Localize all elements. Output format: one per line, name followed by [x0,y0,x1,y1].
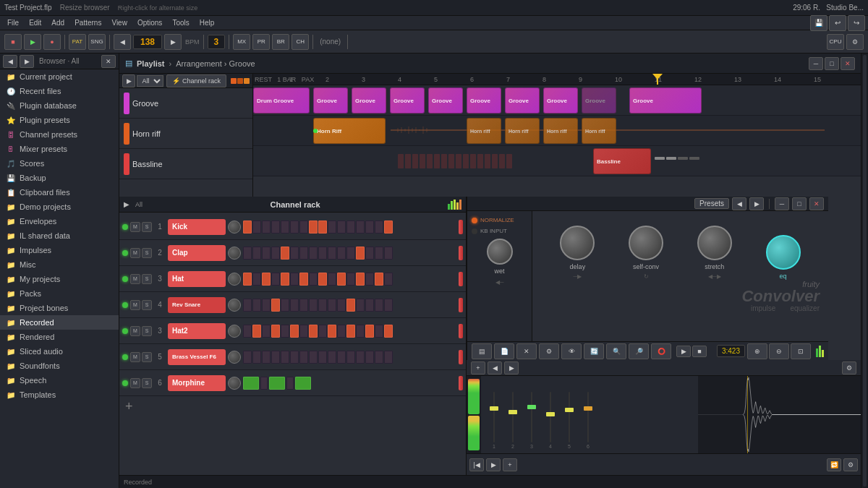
cr-name-kick[interactable]: Kick [168,219,226,235]
cr-vol-kick[interactable] [228,221,241,234]
conv-zoom-in[interactable]: ⊕ [747,343,767,359]
sidebar-item-templates[interactable]: 📁 Templates [0,388,119,402]
cr-channel-clap[interactable]: M S 2 Clap [119,240,466,266]
cr-mute-rev-snare[interactable]: M [130,300,140,310]
fader-thumb-4[interactable] [546,412,555,416]
conv-tb-6[interactable]: 🔄 [584,343,604,359]
fader-thumb-6[interactable] [584,406,592,411]
channel-btn[interactable]: CH [292,34,309,50]
cr-solo-hat2[interactable]: S [142,326,152,336]
delay-knob[interactable] [560,226,595,260]
sidebar-item-plugin-database[interactable]: 🔌 Plugin database [0,98,119,113]
conv-minimize-btn[interactable]: ─ [775,197,789,210]
tempo-up-btn[interactable]: ▶ [164,34,182,50]
pl-channel-rack-btn[interactable]: ⚡ Channel rack [166,74,226,87]
track-filter-select[interactable]: All [137,75,163,87]
playlist-maximize-btn[interactable]: □ [825,57,839,70]
block-groove-9[interactable]: Groove [629,87,702,114]
cr-channel-kick[interactable]: M S 1 Kick [119,214,466,240]
sidebar-item-my-projects[interactable]: 📁 My projects [0,272,119,286]
cr-vol-rev-snare[interactable] [228,299,241,312]
sidebar-item-mixer-presets[interactable]: 🎚 Mixer presets [0,142,119,156]
track-label-horn[interactable]: Horn riff [119,119,252,149]
cr-channel-hat[interactable]: M S 3 Hat [119,266,466,292]
conv-tb-7[interactable]: 🔍 [606,343,626,359]
sidebar-item-recorded[interactable]: 📁 Recorded [0,315,119,330]
wet-knob[interactable] [487,239,513,265]
add-channel-btn[interactable]: + [119,396,466,416]
pt-play-btn[interactable]: ▶ [486,458,501,471]
sidebar-item-rendered[interactable]: 📁 Rendered [0,330,119,344]
conv-tb-1[interactable]: ▤ [472,343,492,359]
tempo-down-btn[interactable]: ◀ [114,34,131,50]
cr-channel-rev-snare[interactable]: M S 4 Rev Snare [119,292,466,318]
cr-name-morphine[interactable]: Morphine [168,375,226,391]
playlist-minimize-btn[interactable]: ─ [809,57,823,70]
conv-prev-btn[interactable]: ◀ [732,197,746,210]
sidebar-item-scores[interactable]: 🎵 Scores [0,156,119,171]
fader-track-5[interactable] [569,392,570,442]
block-groove-5[interactable]: Groove [467,87,501,114]
conv-tb-8[interactable]: 🔎 [629,343,649,359]
cr-solo-morphine[interactable]: S [142,378,152,388]
conv-next-btn[interactable]: ▶ [749,197,764,210]
timesig-display[interactable]: 3 [208,35,226,49]
fader-track-3[interactable] [531,392,532,442]
fader-thumb-5[interactable] [565,408,574,412]
cr-name-hat[interactable]: Hat [168,271,226,287]
menu-patterns[interactable]: Patterns [70,17,106,28]
cr-vol-morphine[interactable] [228,377,241,390]
block-groove-2[interactable]: Groove [352,87,386,114]
record-btn[interactable]: ● [43,34,61,50]
vol-indicator-1[interactable] [231,78,237,84]
playlist-close-btn[interactable]: ✕ [841,57,855,70]
cr-vol-hat2[interactable] [228,325,241,338]
conv-zoom-out[interactable]: ⊖ [769,343,789,359]
sidebar-item-speech[interactable]: 📁 Speech [0,373,119,388]
vol-indicator-3[interactable] [244,78,250,84]
sidebar-item-current-project[interactable]: 📁 Current project [0,69,119,84]
wf-nav-right[interactable]: ▶ [504,361,519,374]
pattern-mode-btn[interactable]: PAT [69,34,86,50]
sidebar-item-plugin-presets[interactable]: ⭐ Plugin presets [0,113,119,127]
cr-channel-brass[interactable]: M S 5 Brass Vessel F6 [119,344,466,370]
cr-vol-hat[interactable] [228,273,241,286]
settings-btn[interactable]: ⚙ [846,34,864,50]
fader-track-2[interactable] [512,392,514,442]
conv-tb-2[interactable]: 📄 [494,343,514,359]
cr-name-brass[interactable]: Brass Vessel F6 [168,349,226,365]
cr-solo-brass[interactable]: S [142,352,152,362]
track-label-groove[interactable]: Groove [119,88,252,119]
cr-solo-kick[interactable]: S [142,222,152,232]
right-scroll[interactable] [863,55,867,487]
cpu-btn[interactable]: CPU [827,34,844,50]
sidebar-item-misc[interactable]: 📁 Misc [0,257,119,272]
conv-maximize-btn[interactable]: □ [792,197,807,210]
sidebar-item-recent-files[interactable]: 🕐 Recent files [0,84,119,98]
fader-track-1[interactable] [493,392,495,442]
block-groove-6[interactable]: Groove [505,87,540,114]
cr-name-rev-snare[interactable]: Rev Snare [168,297,226,313]
sidebar-item-envelopes[interactable]: 📁 Envelopes [0,214,119,228]
track-label-bassline[interactable]: Bassline [119,149,252,179]
fader-track-4[interactable] [550,392,551,442]
fader-thumb-2[interactable] [509,410,517,414]
cr-mute-kick[interactable]: M [130,222,140,232]
wf-nav-left[interactable]: ◀ [488,361,502,374]
song-mode-btn[interactable]: SNG [88,34,106,50]
conv-stop-btn[interactable]: ■ [692,346,707,357]
stretch-knob[interactable] [697,226,732,260]
sidebar-item-channel-presets[interactable]: 🎛 Channel presets [0,127,119,142]
menu-options[interactable]: Options [133,17,166,28]
sidebar-item-il-shared[interactable]: 📁 IL shared data [0,228,119,243]
presets-btn[interactable]: Presets [694,198,729,209]
conv-close-btn[interactable]: ✕ [809,197,824,210]
menu-add[interactable]: Add [47,17,69,28]
block-horn-1[interactable]: Horn riff [467,118,501,144]
cr-mute-brass[interactable]: M [130,352,140,362]
block-groove-3[interactable]: Groove [390,87,425,114]
pt-back-btn[interactable]: |◀ [469,458,484,471]
conv-tb-4[interactable]: ⚙ [539,343,559,359]
fader-thumb-1[interactable] [490,406,498,411]
cr-solo-clap[interactable]: S [142,248,152,258]
